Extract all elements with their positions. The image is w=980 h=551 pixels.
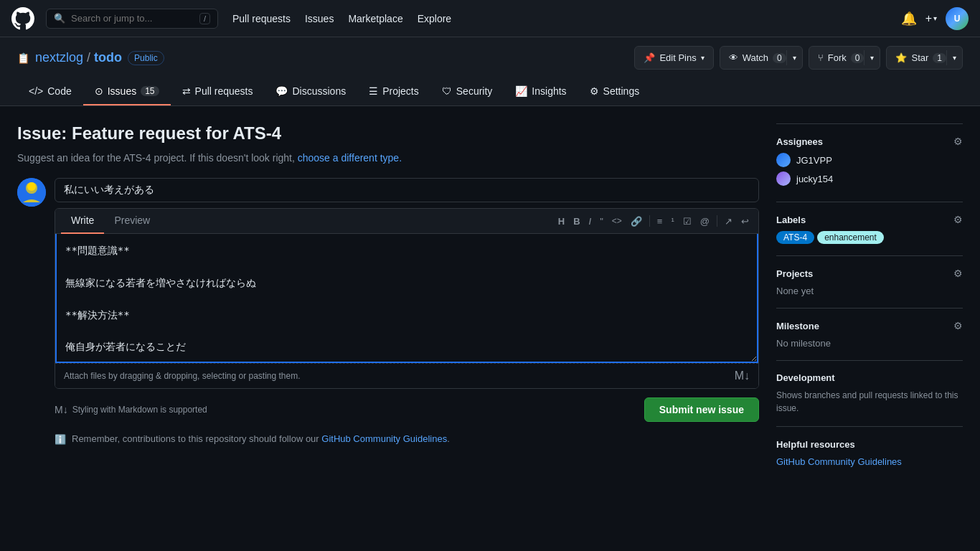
helpful-header: Helpful resources xyxy=(776,438,963,450)
topnav-pull-requests[interactable]: Pull requests xyxy=(232,13,291,24)
tab-discussions-label: Discussions xyxy=(292,85,346,97)
tab-security[interactable]: 🛡 Security xyxy=(430,78,504,105)
github-logo[interactable] xyxy=(11,7,34,30)
labels-gear-btn[interactable]: ⚙ xyxy=(953,214,963,225)
topnav-issues[interactable]: Issues xyxy=(305,13,334,24)
watch-count: 0 xyxy=(773,53,786,63)
projects-header: Projects ⚙ xyxy=(776,268,963,279)
editor-tabs: Write Preview H B I " <> 🔗 ≡ ¹ xyxy=(55,209,758,234)
repo-separator: / xyxy=(87,50,94,65)
star-btn[interactable]: ⭐ Star 1 ▾ xyxy=(886,46,963,70)
tab-discussions[interactable]: 💬 Discussions xyxy=(264,78,357,105)
main-content: Issue: Feature request for ATS-4 Suggest… xyxy=(0,106,980,496)
top-nav: 🔍 / Pull requests Issues Marketplace Exp… xyxy=(0,0,980,37)
toolbar-task-list[interactable]: ☑ xyxy=(679,214,695,229)
issue-subtitle: Suggest an idea for the ATS-4 project. I… xyxy=(17,152,759,164)
toolbar-heading[interactable]: H xyxy=(555,214,568,229)
development-desc: Shows branches and pull requests linked … xyxy=(776,389,963,415)
editor-toolbar: H B I " <> 🔗 ≡ ¹ ☑ @ ↗ xyxy=(549,209,758,233)
search-box[interactable]: 🔍 / xyxy=(46,9,218,29)
tab-settings[interactable]: ⚙ Settings xyxy=(578,78,651,105)
editor-body: Attach files by dragging & dropping, sel… xyxy=(55,234,758,388)
toolbar-bold[interactable]: B xyxy=(570,214,583,229)
development-title: Development xyxy=(776,372,835,383)
toolbar-code[interactable]: <> xyxy=(608,214,626,228)
issue-title-input[interactable] xyxy=(55,178,759,202)
toolbar-link[interactable]: 🔗 xyxy=(627,214,646,229)
toolbar-ordered-list[interactable]: ¹ xyxy=(667,214,677,229)
helpful-section: Helpful resources GitHub Community Guide… xyxy=(776,426,963,479)
assignees-section: Assignees ⚙ JG1VPP jucky154 xyxy=(776,123,963,202)
tab-code[interactable]: </> Code xyxy=(17,78,83,105)
toolbar-mention[interactable]: @ xyxy=(697,214,713,229)
tab-code-label: Code xyxy=(47,85,71,97)
label-ats4: ATS-4 xyxy=(776,231,814,244)
avatar[interactable]: U xyxy=(946,7,969,30)
toolbar-italic[interactable]: I xyxy=(585,214,595,229)
toolbar-unordered-list[interactable]: ≡ xyxy=(654,214,666,229)
attach-area[interactable]: Attach files by dragging & dropping, sel… xyxy=(55,363,758,388)
discussions-icon: 💬 xyxy=(275,85,288,97)
issue-body-textarea[interactable] xyxy=(55,234,758,363)
write-tab[interactable]: Write xyxy=(61,209,104,234)
markdown-note-icon: M↓ xyxy=(55,404,68,415)
assignee-jucky154: jucky154 xyxy=(776,171,963,186)
new-item-btn[interactable]: + ▾ xyxy=(925,12,937,25)
issues-icon: ⊙ xyxy=(95,85,103,97)
topnav-explore[interactable]: Explore xyxy=(418,13,451,24)
toolbar-quote[interactable]: " xyxy=(596,214,607,229)
tab-pull-requests[interactable]: ⇄ Pull requests xyxy=(171,78,265,105)
development-section: Development Shows branches and pull requ… xyxy=(776,360,963,426)
star-label: Star xyxy=(911,52,928,63)
community-text: Remember, contributions to this reposito… xyxy=(72,433,450,444)
preview-tab[interactable]: Preview xyxy=(104,209,160,233)
repo-name-link[interactable]: todo xyxy=(94,50,122,65)
attach-text: Attach files by dragging & dropping, sel… xyxy=(64,371,301,381)
helpful-link[interactable]: GitHub Community Guidelines xyxy=(776,456,902,467)
choose-type-link[interactable]: choose a different type. xyxy=(298,152,402,164)
community-guidelines-link[interactable]: GitHub Community Guidelines xyxy=(321,433,447,444)
fork-label: Fork xyxy=(828,52,847,63)
form-footer: M↓ Styling with Markdown is supported Su… xyxy=(55,397,759,422)
fork-dropdown[interactable]: ▾ xyxy=(864,50,880,65)
community-note: ℹ️ Remember, contributions to this repos… xyxy=(55,433,759,445)
slash-key: / xyxy=(199,13,210,24)
projects-title: Projects xyxy=(776,268,813,279)
topnav-links: Pull requests Issues Marketplace Explore xyxy=(232,13,451,24)
projects-section: Projects ⚙ None yet xyxy=(776,255,963,308)
milestone-gear-btn[interactable]: ⚙ xyxy=(953,320,963,331)
development-header: Development xyxy=(776,372,963,383)
search-input[interactable] xyxy=(71,13,194,24)
watch-dropdown[interactable]: ▾ xyxy=(786,50,802,65)
watch-btn[interactable]: 👁 Watch 0 ▾ xyxy=(720,46,803,70)
toolbar-undo[interactable]: ↩ xyxy=(738,214,753,229)
tab-insights[interactable]: 📈 Insights xyxy=(504,78,578,105)
tab-issues[interactable]: ⊙ Issues 15 xyxy=(83,78,171,105)
tab-settings-label: Settings xyxy=(603,85,640,97)
issues-badge: 15 xyxy=(141,86,159,96)
assignees-gear-btn[interactable]: ⚙ xyxy=(953,136,963,147)
fork-icon: ⑂ xyxy=(818,52,824,63)
issue-title-heading: Issue: Feature request for ATS-4 xyxy=(17,123,759,143)
markdown-note: M↓ Styling with Markdown is supported xyxy=(55,404,207,415)
tab-projects[interactable]: ☰ Projects xyxy=(357,78,430,105)
star-dropdown[interactable]: ▾ xyxy=(946,50,962,65)
submit-new-issue-button[interactable]: Submit new issue xyxy=(644,397,759,422)
assignee-jg1vpp-name: JG1VPP xyxy=(796,155,832,166)
repo-owner-link[interactable]: nextzlog xyxy=(35,50,83,65)
user-avatar xyxy=(17,178,46,207)
sidebar: Assignees ⚙ JG1VPP jucky154 Labels ⚙ ATS… xyxy=(776,123,963,479)
fork-btn[interactable]: ⑂ Fork 0 ▾ xyxy=(809,46,881,70)
edit-pins-btn[interactable]: 📌 Edit Pins ▾ xyxy=(634,46,713,70)
projects-gear-btn[interactable]: ⚙ xyxy=(953,268,963,279)
insights-icon: 📈 xyxy=(515,85,527,97)
repo-header: 📋 nextzlog / todo Public 📌 Edit Pins ▾ 👁… xyxy=(0,37,980,106)
assignee-jucky154-name: jucky154 xyxy=(796,174,833,184)
toolbar-fullscreen[interactable]: ↗ xyxy=(721,214,736,229)
form-right: Write Preview H B I " <> 🔗 ≡ ¹ xyxy=(55,178,759,445)
topnav-right: 🔔 + ▾ U xyxy=(901,7,969,30)
notifications-btn[interactable]: 🔔 xyxy=(901,11,917,27)
topnav-marketplace[interactable]: Marketplace xyxy=(348,13,402,24)
editor-container: Write Preview H B I " <> 🔗 ≡ ¹ xyxy=(55,208,759,389)
code-icon: </> xyxy=(29,85,43,97)
